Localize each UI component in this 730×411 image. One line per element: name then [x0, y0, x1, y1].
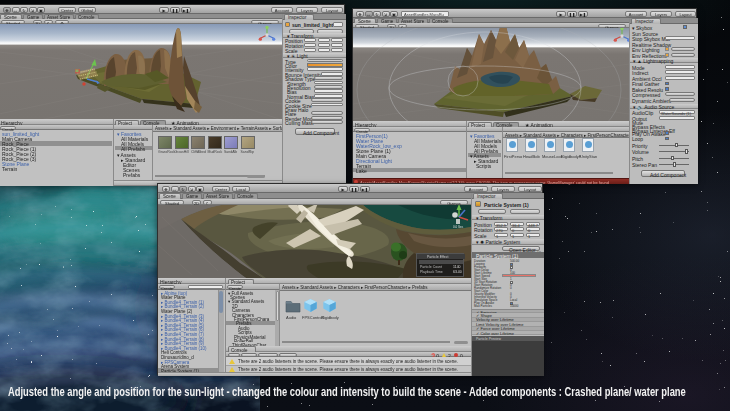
svg-text:0.0 Sec: 0.0 Sec: [453, 225, 464, 229]
